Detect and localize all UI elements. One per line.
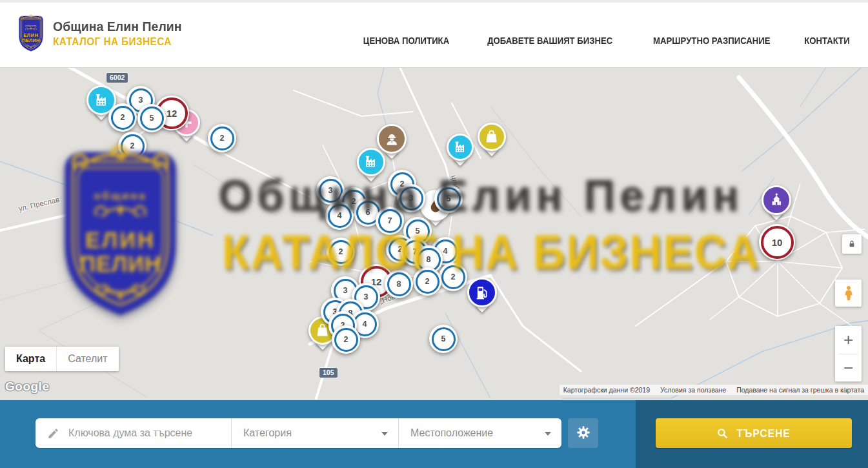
map-marker-cluster[interactable]: 3 <box>397 184 425 212</box>
site-title: Община Елин Пелин <box>53 19 182 34</box>
map-marker-cluster[interactable]: 4 <box>325 201 354 230</box>
map-marker-cluster[interactable]: 5 <box>137 104 166 132</box>
map-marker-cluster[interactable]: 5 <box>429 325 458 353</box>
map-attribution: Картографски данни ©2019 Условия за полз… <box>560 385 868 395</box>
search-panel: Категория Местоположение ТЪРСЕНЕ <box>0 400 868 468</box>
zoom-control: + − <box>835 326 862 382</box>
nav-item-3[interactable]: КОНТАКТИ <box>804 35 849 46</box>
factory-icon <box>452 139 469 156</box>
map-marker-cluster[interactable]: 2 <box>439 263 467 291</box>
nav-item-1[interactable]: ДОБАВЕТЕ ВАШИЯТ БИЗНЕС <box>487 35 612 46</box>
map-marker-pin-factory[interactable] <box>447 134 474 161</box>
map-marker-cluster[interactable]: 7 <box>376 207 404 235</box>
gear-icon <box>576 425 591 442</box>
lock-icon[interactable] <box>842 234 862 254</box>
category-select-label: Категория <box>243 427 292 439</box>
map-marker-cluster[interactable]: 5 <box>434 185 463 213</box>
brand[interactable]: община ЕЛИН ПЕЛИН Община Елин Пелин КАТА… <box>15 14 192 54</box>
factory-icon <box>362 153 379 170</box>
search-button-label: ТЪРСЕНЕ <box>736 427 790 440</box>
location-select-label: Местоположение <box>410 427 493 439</box>
map-marker-cluster[interactable]: 2 <box>327 238 355 266</box>
search-form: Категория Местоположение <box>35 418 561 448</box>
terms-link[interactable]: Условия за ползване <box>660 386 726 394</box>
advanced-settings-button[interactable] <box>568 418 598 448</box>
chevron-down-icon <box>545 432 551 436</box>
map-marker-cluster[interactable]: 2 <box>208 124 236 152</box>
site-header: община ЕЛИН ПЕЛИН Община Елин Пелин КАТА… <box>0 0 868 68</box>
fuel-icon <box>473 283 492 302</box>
map-marker-cluster[interactable]: 2 <box>332 325 360 354</box>
report-error-link[interactable]: Подаване на сигнал за грешка в картата <box>736 386 864 394</box>
keyword-field-wrap <box>35 418 231 448</box>
page: община ЕЛИН ПЕЛИН Община Елин Пелин КАТА… <box>0 0 868 468</box>
search-icon <box>716 427 729 440</box>
map-marker-cluster[interactable]: 2 <box>108 103 137 132</box>
main-nav: ЦЕНОВА ПОЛИТИКАДОБАВЕТЕ ВАШИЯТ БИЗНЕСМАР… <box>356 35 854 46</box>
satellite-button[interactable]: Сателит <box>56 347 118 371</box>
zoom-out-button[interactable]: − <box>835 354 862 382</box>
map-marker-cluster[interactable]: 2 <box>118 132 146 160</box>
map-marker-cluster[interactable]: 10 <box>759 224 795 260</box>
map-marker-pin-church[interactable] <box>762 185 791 215</box>
shopping-bag-icon <box>483 128 500 145</box>
map-marker-cluster[interactable]: 8 <box>385 270 413 298</box>
chevron-down-icon <box>381 432 388 436</box>
svg-text:ЕЛИН: ЕЛИН <box>23 32 39 38</box>
road-badge: 6002 <box>106 73 128 83</box>
category-select[interactable]: Категория <box>231 418 398 448</box>
site-subtitle: КАТАЛОГ НА БИЗНЕСА <box>53 36 177 48</box>
map-canvas[interactable]: ул. Преславбул. „Новоселции" 6002105 <box>0 68 868 400</box>
worker-icon <box>383 130 401 148</box>
map-button[interactable]: Карта <box>5 347 56 371</box>
nav-item-0[interactable]: ЦЕНОВА ПОЛИТИКА <box>363 35 449 46</box>
google-logo[interactable]: Google <box>5 380 49 394</box>
pegman-icon[interactable] <box>835 280 862 307</box>
keyword-search-input[interactable] <box>67 427 218 440</box>
map-marker-pin-shopping-bag[interactable] <box>478 123 506 151</box>
church-icon <box>767 191 786 210</box>
map-marker-cluster[interactable]: 2 <box>413 267 441 296</box>
search-button[interactable]: ТЪРСЕНЕ <box>656 418 852 448</box>
map-marker-pin-factory[interactable] <box>357 148 385 176</box>
zoom-in-button[interactable]: + <box>835 326 862 354</box>
svg-text:община: община <box>25 25 37 27</box>
attribution-copyright: Картографски данни ©2019 <box>563 386 650 394</box>
location-select[interactable]: Местоположение <box>398 418 561 448</box>
municipality-logo-icon: община ЕЛИН ПЕЛИН <box>15 14 46 54</box>
map-marker-pin-fuel[interactable] <box>467 278 497 307</box>
pencil-icon <box>47 427 59 440</box>
map-type-control: Карта Сателит <box>5 347 119 371</box>
svg-text:ПЕЛИН: ПЕЛИН <box>22 37 39 43</box>
nav-item-2[interactable]: МАРШРУТНО РАЗПИСАНИЕ <box>654 35 771 46</box>
factory-icon <box>92 91 111 110</box>
road-badge: 105 <box>319 368 338 378</box>
